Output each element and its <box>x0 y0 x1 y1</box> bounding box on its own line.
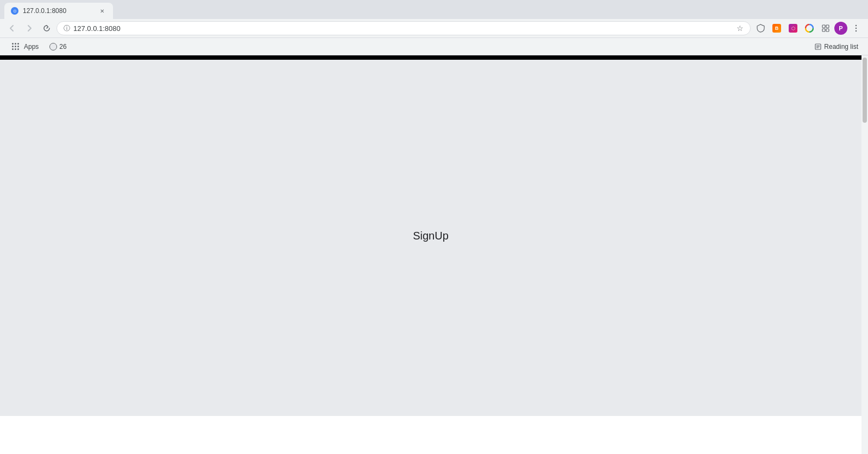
reading-list-icon <box>814 43 822 51</box>
extension-btn-2[interactable] <box>802 21 817 36</box>
svg-point-7 <box>856 30 857 31</box>
page-content: SignUp <box>0 55 861 416</box>
apps-grid-icon <box>10 41 22 53</box>
more-menu-button[interactable] <box>848 21 864 36</box>
browser-toolbar: ⓘ 127.0.0.1:8080 ☆ B ⬡ <box>0 19 868 37</box>
info-icon: ⓘ <box>64 24 70 33</box>
browser-window: ⊙ 127.0.0.1:8080 ✕ <box>0 0 868 454</box>
reload-button[interactable] <box>39 21 54 36</box>
svg-rect-3 <box>822 29 825 31</box>
bookmark-star-icon[interactable]: ☆ <box>737 24 744 33</box>
bookmarks-bar: Apps 26 Reading list <box>0 38 868 55</box>
extension-btn-1[interactable]: ⬡ <box>785 21 801 36</box>
page-area: SignUp <box>0 55 868 454</box>
svg-point-5 <box>856 25 857 26</box>
tab-count-bookmark[interactable]: 26 <box>45 41 71 53</box>
svg-rect-4 <box>826 29 829 31</box>
back-button[interactable] <box>4 21 20 36</box>
forward-button[interactable] <box>22 21 37 36</box>
address-bar[interactable]: ⓘ 127.0.0.1:8080 ☆ <box>56 21 751 35</box>
signup-heading: SignUp <box>413 230 449 242</box>
apps-bookmark[interactable]: Apps <box>5 39 43 55</box>
active-tab[interactable]: ⊙ 127.0.0.1:8080 ✕ <box>4 3 113 19</box>
brave-logo-button[interactable]: B <box>769 21 784 36</box>
tabs-bar: ⊙ 127.0.0.1:8080 ✕ <box>0 0 868 19</box>
svg-point-6 <box>856 28 857 29</box>
reading-list-label: Reading list <box>824 43 858 51</box>
reading-list-button[interactable]: Reading list <box>810 41 863 53</box>
tab-count-text: 26 <box>59 43 66 51</box>
scrollbar-thumb[interactable] <box>863 58 867 123</box>
svg-rect-2 <box>826 25 829 28</box>
tab-count-icon <box>49 43 57 51</box>
black-top-bar <box>0 55 861 60</box>
brave-shield-button[interactable] <box>753 21 768 36</box>
toolbar-right-icons: B ⬡ <box>753 21 864 36</box>
profile-avatar[interactable]: P <box>834 22 847 35</box>
tab-close-button[interactable]: ✕ <box>98 7 106 15</box>
browser-chrome: ⊙ 127.0.0.1:8080 ✕ <box>0 0 868 38</box>
url-text: 127.0.0.1:8080 <box>73 24 733 33</box>
apps-label: Apps <box>24 43 39 51</box>
extensions-button[interactable] <box>818 21 833 36</box>
tab-title-text: 127.0.0.1:8080 <box>23 7 93 15</box>
svg-rect-1 <box>822 25 825 28</box>
tab-favicon: ⊙ <box>11 7 18 15</box>
scrollbar-track[interactable] <box>861 55 868 454</box>
